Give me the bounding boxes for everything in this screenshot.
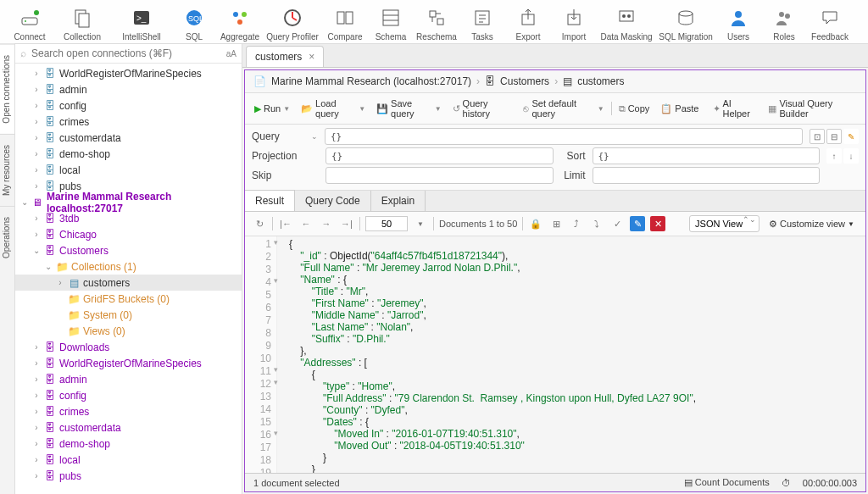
chevron-icon[interactable]: › [32, 69, 41, 78]
clear-query-icon[interactable]: ✎ [843, 129, 859, 144]
projection-input[interactable] [326, 147, 554, 164]
import-button[interactable]: Import [551, 5, 597, 42]
chevron-icon[interactable]: › [32, 423, 41, 432]
chevron-icon[interactable]: › [32, 149, 41, 158]
query-profiler-button[interactable]: Query Profiler [263, 5, 322, 42]
result-tab-result[interactable]: Result [245, 190, 295, 211]
tree-item[interactable]: 📁Views (0) [15, 323, 242, 339]
first-page-icon[interactable]: |← [278, 216, 293, 231]
next-page-icon[interactable]: → [319, 216, 334, 231]
tree-item[interactable]: ›🗄customerdata [15, 419, 242, 436]
page-size-dropdown-icon[interactable]: ▼ [413, 216, 428, 231]
aggregate-button[interactable]: Aggregate [217, 5, 263, 42]
tree-item[interactable]: ⌄🖥Marine Mammal Research localhost:27017 [15, 194, 242, 210]
compare-button[interactable]: Compare [322, 5, 368, 42]
tree-item[interactable]: ⌄📁Collections (1) [15, 258, 242, 275]
bc-server[interactable]: Marine Mammal Research (localhost:27017) [271, 75, 471, 87]
chevron-icon[interactable]: › [32, 133, 41, 142]
tree-item[interactable]: ›🗄crimes [15, 403, 242, 419]
tree-item[interactable]: ›🗄config [15, 387, 242, 403]
tree-item[interactable]: ›▤customers [15, 275, 242, 291]
lock-icon[interactable]: 🔒 [528, 216, 543, 231]
last-page-icon[interactable]: →| [339, 216, 354, 231]
chevron-icon[interactable]: › [32, 85, 41, 94]
chevron-icon[interactable]: › [32, 230, 41, 239]
reschema-button[interactable]: Reschema [414, 5, 459, 42]
tree-item[interactable]: ›🗄admin [15, 371, 242, 387]
chevron-icon[interactable]: › [32, 342, 41, 352]
feedback-button[interactable]: Feedback [807, 5, 853, 42]
tree-item[interactable]: ›🗄WorldRegisterOfMarineSpecies [15, 65, 242, 81]
tree-item[interactable]: ›🗄demo-shop [15, 436, 242, 452]
chevron-icon[interactable]: › [32, 375, 41, 384]
export-icon[interactable]: ⤴ [569, 216, 584, 231]
tasks-button[interactable]: Tasks [459, 5, 505, 42]
chevron-icon[interactable]: › [32, 165, 41, 175]
chevron-icon[interactable]: › [32, 214, 41, 223]
tree-item[interactable]: 📁System (0) [15, 307, 242, 323]
tree-item[interactable]: ›🗄demo-shop [15, 146, 242, 162]
tree-item[interactable]: ›🗄Downloads [15, 339, 242, 355]
tree-item[interactable]: ›🗄customerdata [15, 130, 242, 146]
import-icon[interactable]: ⤵ [589, 216, 604, 231]
save-query-button[interactable]: 💾Save query▼ [372, 97, 446, 120]
close-icon[interactable]: × [309, 51, 314, 63]
collection-button[interactable]: Collection [53, 5, 112, 42]
users-button[interactable]: Users [715, 5, 761, 42]
tree-item[interactable]: ›🗄pubs [15, 468, 242, 484]
copy-button[interactable]: ⧉Copy [615, 102, 654, 116]
visual-query-builder-button[interactable]: ▦Visual Query Builder [764, 97, 860, 120]
query-history-button[interactable]: ↺Query history [448, 97, 517, 120]
chevron-icon[interactable]: › [32, 117, 41, 126]
search-input[interactable] [31, 47, 221, 59]
export-button[interactable]: Export [505, 5, 551, 42]
query-opt2-icon[interactable]: ⊟ [826, 129, 842, 144]
tab-customers[interactable]: customers × [246, 46, 324, 67]
skip-input[interactable] [326, 167, 554, 184]
ai-helper-button[interactable]: ✦AI Helper [709, 97, 762, 120]
run-button[interactable]: ▶Run▼ [250, 102, 294, 116]
set-default-query-button[interactable]: ⎋Set default query▼ [519, 97, 608, 120]
intellishell-button[interactable]: >_IntelliShell [112, 5, 171, 42]
chevron-icon[interactable]: ⌄ [20, 197, 29, 207]
side-tab-open-connections[interactable]: Open connections [0, 44, 14, 134]
sql-migration-button[interactable]: SQL Migration [656, 5, 715, 42]
sort-asc-icon[interactable]: ↑ [826, 148, 842, 164]
chevron-icon[interactable]: › [32, 358, 41, 368]
tree-item[interactable]: ›🗄config [15, 97, 242, 114]
bc-coll[interactable]: customers [577, 75, 624, 87]
search-case-toggle[interactable]: aA [226, 49, 236, 58]
customize-view-button[interactable]: ⚙Customize view▼ [765, 217, 859, 231]
paste-button[interactable]: 📋Paste [656, 102, 703, 116]
limit-input[interactable] [593, 167, 821, 184]
mark-icon[interactable]: ✓ [609, 216, 625, 231]
query-opt1-icon[interactable]: ⊡ [810, 129, 825, 144]
tree-item[interactable]: ›🗄Chicago [15, 226, 242, 242]
chevron-icon[interactable]: › [32, 391, 41, 400]
add-doc-icon[interactable]: ⊞ [548, 216, 564, 231]
connect-button[interactable]: Connect [7, 5, 53, 42]
json-viewer[interactable]: { "_id" : ObjectId("64aff4c57fb4f51d1872… [277, 236, 783, 473]
chevron-icon[interactable]: › [32, 181, 41, 191]
tree-item[interactable]: ›🗄local [15, 162, 242, 178]
chevron-icon[interactable]: › [32, 101, 41, 110]
chevron-icon[interactable]: › [56, 278, 64, 287]
result-tab-query-code[interactable]: Query Code [295, 191, 371, 211]
chevron-down-icon[interactable]: ⌄ [311, 132, 318, 141]
edit-icon[interactable]: ✎ [630, 216, 645, 231]
sort-input[interactable] [593, 147, 821, 164]
sql-button[interactable]: SQLSQL [171, 5, 217, 42]
page-size-input[interactable] [365, 216, 408, 231]
tree-item[interactable]: 📁GridFS Buckets (0) [15, 291, 242, 307]
chevron-icon[interactable]: › [32, 439, 41, 448]
side-tab-operations[interactable]: Operations [0, 206, 14, 269]
tree-item[interactable]: ›🗄local [15, 452, 242, 468]
schema-button[interactable]: Schema [368, 5, 414, 42]
roles-button[interactable]: Roles [761, 5, 807, 42]
result-tab-explain[interactable]: Explain [371, 191, 426, 211]
tree-item[interactable]: ⌄🗄Customers [15, 242, 242, 258]
side-tab-my-resources[interactable]: My resources [0, 134, 14, 206]
delete-icon[interactable]: ✕ [650, 216, 665, 231]
bc-db[interactable]: Customers [500, 75, 549, 87]
data-masking-button[interactable]: Data Masking [597, 5, 656, 42]
